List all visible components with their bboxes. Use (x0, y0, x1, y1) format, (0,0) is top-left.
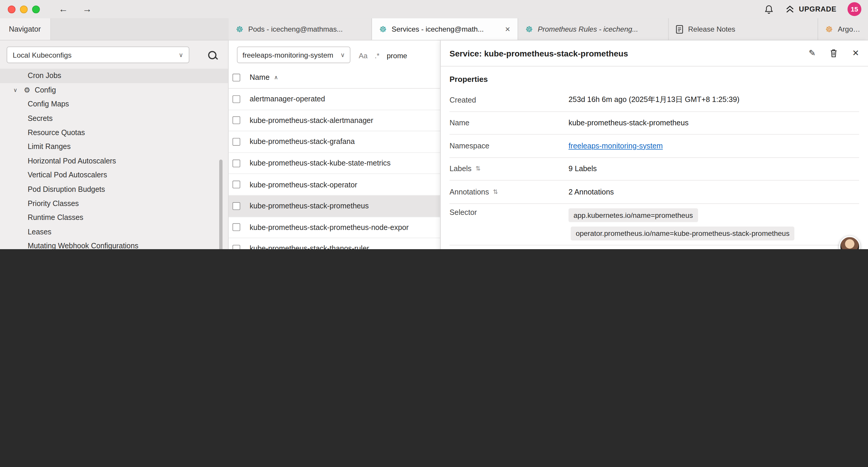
maximize-window-button[interactable] (32, 5, 40, 13)
namespace-select[interactable]: freeleaps-monitoring-system ∨ (237, 47, 350, 63)
config-icon: ⚙ (24, 86, 30, 94)
service-name: kube-prometheus-stack-thanos-ruler (250, 244, 369, 249)
sidebar-tree-item[interactable]: Vertical Pod Autoscalers (0, 168, 228, 182)
minimize-window-button[interactable] (20, 5, 28, 13)
name-column-header[interactable]: Name (250, 73, 270, 81)
tab-navigator[interactable]: Navigator (0, 18, 51, 40)
titlebar: ← → UPGRADE 15 (0, 0, 868, 19)
close-drawer-icon[interactable]: ✕ (852, 48, 859, 58)
navigator-sidebar: Local Kubeconfigs ∨ Cron Jobs ∨ ⚙ Config (0, 40, 229, 249)
selector-badge: app.kubernetes.io/name=prometheus (568, 208, 698, 222)
sidebar-tree-item[interactable]: Pod Disruption Budgets (0, 182, 228, 196)
row-checkbox[interactable] (232, 202, 240, 210)
kubernetes-cluster-icon: ☸ (525, 25, 533, 33)
property-label: Created (450, 96, 568, 104)
tab-label: Argo Se (838, 25, 861, 33)
row-checkbox[interactable] (232, 224, 240, 231)
row-checkbox[interactable] (232, 95, 240, 103)
tab-label: Services - icecheng@math... (392, 25, 484, 33)
forward-icon[interactable]: → (83, 4, 92, 14)
chevron-down-icon: ∨ (179, 51, 183, 58)
property-value: kube-prometheus-stack-prometheus (568, 119, 688, 127)
service-details-drawer: Service: kube-prometheus-stack-prometheu… (440, 40, 868, 249)
tree-item-label: Runtime Classes (28, 213, 83, 222)
tabstrip-spacer (51, 18, 228, 40)
kubeconfig-select[interactable]: Local Kubeconfigs ∨ (6, 47, 189, 63)
tab-label: Pods - icecheng@mathmas... (248, 25, 343, 33)
namespace-link[interactable]: freeleaps-monitoring-system (568, 142, 663, 150)
sidebar-scrollbar[interactable] (219, 159, 222, 249)
delete-trash-icon[interactable] (830, 49, 838, 58)
tab-release-notes[interactable]: Release Notes (669, 18, 818, 40)
tab-argo[interactable]: ☸ Argo Se (818, 18, 868, 40)
tree-chevron-icon[interactable]: ∨ (13, 87, 20, 93)
property-label: Namespace (450, 142, 568, 150)
tab-services[interactable]: ☸ Services - icecheng@math... ✕ (372, 18, 518, 40)
property-row-type: Type ClusterIP (450, 245, 859, 249)
back-icon[interactable]: ← (59, 4, 68, 14)
tree-item-label: Config (35, 86, 56, 94)
close-tab-icon[interactable]: ✕ (500, 25, 510, 33)
sidebar-tree-item[interactable]: Limit Ranges (0, 140, 228, 154)
sidebar-tree: Cron Jobs ∨ ⚙ Config Config Maps (0, 68, 228, 249)
kubernetes-cluster-icon: ☸ (826, 25, 833, 33)
tree-item-label: Leases (28, 228, 52, 236)
service-name: alertmanager-operated (250, 95, 325, 103)
notification-count-badge[interactable]: 15 (848, 2, 862, 16)
sidebar-tree-item[interactable]: Cron Jobs (0, 68, 228, 83)
row-checkbox[interactable] (232, 116, 240, 124)
property-value[interactable]: 9 Labels (568, 165, 597, 173)
regex-toggle[interactable]: .* (375, 51, 379, 59)
property-label: Annotations (450, 188, 489, 196)
tab-pods[interactable]: ☸ Pods - icecheng@mathmas... (229, 18, 372, 40)
properties-section-title: Properties (450, 75, 859, 84)
chevron-down-icon: ∨ (340, 51, 345, 58)
table-search-input[interactable]: Aa .* prome (359, 48, 407, 63)
kubeconfig-select-value: Local Kubeconfigs (13, 51, 71, 59)
sidebar-tree-item[interactable]: Priority Classes (0, 196, 228, 210)
sidebar-tree-item[interactable]: Mutating Webhook Configurations (0, 239, 228, 249)
tree-item-label: Config Maps (28, 100, 69, 108)
tab-strip: Navigator ☸ Pods - icecheng@mathmas... ☸… (0, 18, 868, 40)
service-name: kube-prometheus-stack-prometheus-node-ex… (250, 223, 409, 231)
expand-toggle-icon[interactable]: ⇅ (493, 188, 498, 195)
sort-asc-icon[interactable]: ∧ (274, 74, 278, 80)
kubernetes-cluster-icon: ☸ (236, 25, 243, 33)
tab-label: Prometheus Rules - icecheng... (538, 25, 638, 33)
row-checkbox[interactable] (232, 181, 240, 188)
select-all-checkbox[interactable] (232, 73, 240, 81)
close-window-button[interactable] (8, 5, 16, 13)
notifications-bell-icon[interactable] (764, 4, 774, 14)
match-case-toggle[interactable]: Aa (359, 51, 368, 59)
tab-prometheus-rules[interactable]: ☸ Prometheus Rules - icecheng... (518, 18, 669, 40)
property-value[interactable]: 2 Annotations (568, 188, 614, 196)
sidebar-tree-item[interactable]: Leases (0, 225, 228, 239)
tree-item-label: Horizontal Pod Autoscalers (28, 157, 116, 165)
sidebar-tree-item[interactable]: Runtime Classes (0, 210, 228, 225)
app-window: ← → UPGRADE 15 Navigator ☸ Pods - iceche… (0, 0, 868, 249)
row-checkbox[interactable] (232, 245, 240, 249)
property-label: Selector (450, 208, 568, 216)
tree-item-label: Cron Jobs (28, 71, 61, 80)
tree-item-label: Resource Quotas (28, 128, 85, 137)
row-checkbox[interactable] (232, 138, 240, 146)
property-row-namespace: Namespace freeleaps-monitoring-system (450, 135, 859, 157)
tree-item-label: Mutating Webhook Configurations (28, 242, 138, 249)
sidebar-tree-item[interactable]: Resource Quotas (0, 125, 228, 140)
upgrade-button[interactable]: UPGRADE (785, 5, 836, 13)
expand-toggle-icon[interactable]: ⇅ (475, 165, 480, 172)
sidebar-tree-item[interactable]: Horizontal Pod Autoscalers (0, 154, 228, 168)
upgrade-icon (785, 5, 795, 13)
service-name: kube-prometheus-stack-kube-state-metrics (250, 159, 391, 167)
sidebar-tree-item[interactable]: Secrets (0, 111, 228, 125)
edit-pencil-icon[interactable]: ✎ (809, 48, 816, 58)
search-value: prome (387, 51, 407, 59)
property-row-created: Created 253d 16h 6m ago (2025年1月13日 GMT+… (450, 89, 859, 112)
search-icon[interactable] (208, 51, 217, 59)
property-row-annotations: Annotations ⇅ 2 Annotations (450, 181, 859, 204)
drawer-body: Properties Created 253d 16h 6m ago (2025… (440, 66, 868, 249)
property-row-labels: Labels ⇅ 9 Labels (450, 157, 859, 181)
sidebar-tree-item[interactable]: ∨ ⚙ Config (0, 83, 228, 97)
sidebar-tree-item[interactable]: Config Maps (0, 97, 228, 111)
row-checkbox[interactable] (232, 159, 240, 167)
